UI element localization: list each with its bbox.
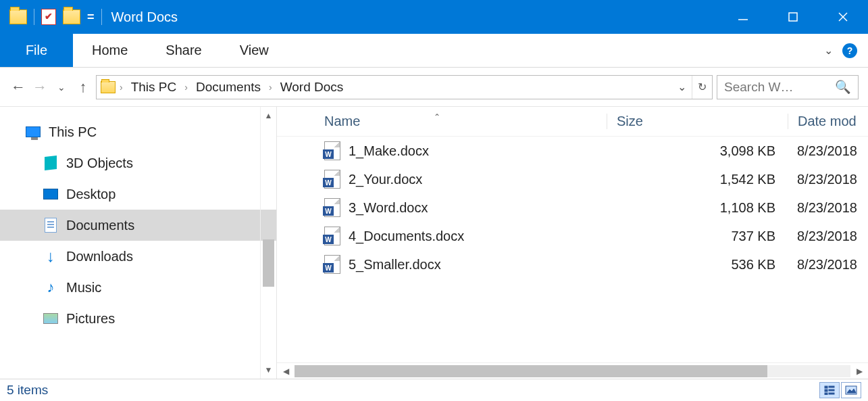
documents-icon: [45, 218, 57, 233]
status-item-count: 5 items: [7, 383, 48, 398]
svg-rect-5: [829, 386, 834, 387]
tree-item-music[interactable]: ♪ Music: [0, 272, 276, 303]
column-header-size[interactable]: Size: [607, 114, 788, 129]
help-icon[interactable]: ?: [842, 43, 857, 58]
file-row[interactable]: 1_Make.docx3,098 KB8/23/2018: [277, 137, 868, 165]
tab-home[interactable]: Home: [73, 34, 147, 67]
file-date: 8/23/2018: [788, 172, 868, 187]
back-button[interactable]: ←: [9, 78, 27, 96]
docx-file-icon: [324, 170, 340, 189]
tree-label: Downloads: [66, 249, 133, 264]
chevron-right-icon[interactable]: ›: [118, 82, 124, 93]
this-pc-icon: [26, 126, 41, 137]
details-view-button[interactable]: [819, 382, 840, 398]
quick-access-toolbar: =: [0, 9, 102, 25]
folder-icon[interactable]: [9, 9, 27, 24]
chevron-right-icon[interactable]: ›: [267, 82, 274, 93]
file-size: 3,098 KB: [607, 143, 788, 159]
minimize-button[interactable]: [718, 0, 768, 34]
tree-item-3d-objects[interactable]: 3D Objects: [0, 147, 276, 179]
sidebar-scrollbar[interactable]: ▲ ▼: [260, 107, 276, 379]
scrollbar-thumb[interactable]: [263, 239, 274, 287]
scroll-down-icon[interactable]: ▼: [261, 361, 276, 379]
breadcrumb-this-pc[interactable]: This PC: [127, 80, 181, 95]
breadcrumb-current[interactable]: Word Docs: [276, 80, 348, 95]
horizontal-scrollbar[interactable]: ◀ ▶: [277, 362, 868, 379]
separator: [101, 9, 102, 25]
file-name: 5_Smaller.docx: [349, 257, 441, 273]
svg-rect-4: [825, 386, 827, 388]
music-icon: ♪: [43, 280, 58, 295]
search-placeholder: Search W…: [724, 80, 793, 95]
tree-item-documents[interactable]: Documents: [0, 210, 276, 241]
address-dropdown-button[interactable]: ⌄: [671, 76, 692, 99]
file-date: 8/23/2018: [788, 229, 868, 244]
search-input[interactable]: Search W… 🔍: [717, 75, 859, 99]
file-name: 4_Documents.docx: [349, 229, 464, 244]
downloads-icon: ↓: [43, 249, 58, 264]
column-header-name[interactable]: Name ⌃: [277, 114, 607, 129]
file-row[interactable]: 2_Your.docx1,542 KB8/23/2018: [277, 165, 868, 193]
file-size: 1,542 KB: [607, 172, 788, 187]
tree-label: This PC: [49, 124, 97, 140]
scroll-right-icon[interactable]: ▶: [850, 367, 868, 376]
file-tab[interactable]: File: [0, 34, 73, 67]
separator: [34, 9, 34, 25]
folder-icon: [101, 81, 116, 93]
file-name: 3_Word.docx: [349, 200, 428, 216]
customize-qat-icon[interactable]: =: [87, 10, 95, 24]
file-row[interactable]: 4_Documents.docx737 KB8/23/2018: [277, 222, 868, 250]
file-name: 2_Your.docx: [349, 172, 422, 187]
file-date: 8/23/2018: [788, 257, 868, 273]
main-content: This PC 3D Objects Desktop Documents ↓ D…: [0, 107, 868, 379]
scroll-up-icon[interactable]: ▲: [261, 107, 276, 124]
file-list-pane: Name ⌃ Size Date mod 1_Make.docx3,098 KB…: [277, 107, 868, 379]
scroll-left-icon[interactable]: ◀: [277, 367, 295, 376]
docx-file-icon: [324, 227, 340, 245]
tree-item-downloads[interactable]: ↓ Downloads: [0, 241, 276, 272]
file-row[interactable]: 5_Smaller.docx536 KB8/23/2018: [277, 250, 868, 279]
tab-view[interactable]: View: [221, 34, 288, 67]
file-size: 737 KB: [607, 229, 788, 244]
chevron-right-icon[interactable]: ›: [183, 82, 189, 93]
window-controls: [718, 0, 868, 34]
refresh-button[interactable]: ↻: [692, 76, 712, 99]
scrollbar-track[interactable]: [261, 124, 276, 361]
tab-share[interactable]: Share: [147, 34, 220, 67]
svg-rect-8: [825, 393, 827, 395]
docx-file-icon: [324, 255, 340, 274]
address-bar[interactable]: › This PC › Documents › Word Docs ⌄ ↻: [96, 75, 713, 99]
file-size: 536 KB: [607, 257, 788, 273]
new-folder-icon[interactable]: [63, 9, 80, 24]
scrollbar-track[interactable]: [295, 365, 850, 377]
recent-locations-button[interactable]: ⌄: [53, 82, 70, 93]
maximize-button[interactable]: [768, 0, 818, 34]
3d-objects-icon: [45, 156, 57, 170]
forward-button[interactable]: →: [31, 78, 49, 96]
breadcrumb-documents[interactable]: Documents: [192, 80, 265, 95]
navigation-bar: ← → ⌄ ↑ › This PC › Documents › Word Doc…: [0, 68, 868, 107]
tree-label: Pictures: [66, 311, 115, 327]
search-icon: 🔍: [835, 79, 851, 95]
close-button[interactable]: [818, 0, 868, 34]
window-title: Word Docs: [111, 9, 178, 25]
docx-file-icon: [324, 198, 340, 217]
tree-item-desktop[interactable]: Desktop: [0, 179, 276, 210]
column-header-date[interactable]: Date mod: [788, 114, 868, 129]
file-list: 1_Make.docx3,098 KB8/23/20182_Your.docx1…: [277, 137, 868, 279]
thumbnails-view-button[interactable]: [841, 382, 861, 398]
file-date: 8/23/2018: [788, 200, 868, 216]
file-size: 1,108 KB: [607, 200, 788, 216]
scrollbar-thumb[interactable]: [295, 365, 767, 377]
column-headers: Name ⌃ Size Date mod: [277, 107, 868, 137]
status-bar: 5 items: [0, 379, 868, 401]
tree-item-pictures[interactable]: Pictures: [0, 303, 276, 334]
file-name: 1_Make.docx: [349, 143, 429, 159]
tree-label: Desktop: [66, 187, 116, 202]
properties-icon[interactable]: [41, 9, 56, 25]
tree-item-this-pc[interactable]: This PC: [0, 116, 276, 147]
collapse-ribbon-icon[interactable]: ⌄: [824, 44, 833, 57]
up-button[interactable]: ↑: [74, 78, 92, 96]
svg-rect-7: [829, 390, 834, 391]
file-row[interactable]: 3_Word.docx1,108 KB8/23/2018: [277, 193, 868, 222]
